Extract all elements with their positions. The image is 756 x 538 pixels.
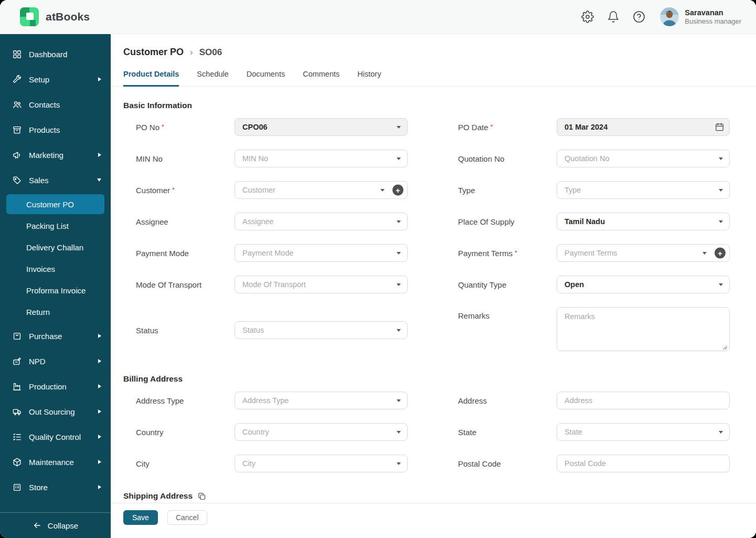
sidebar-item-sales[interactable]: Sales (0, 167, 111, 193)
chevron-down-icon[interactable] (397, 431, 401, 434)
payment-terms-row: Payment Terms* (458, 244, 729, 262)
postal-code-label: Postal Code (458, 459, 501, 468)
breadcrumb: Customer PO › SO06 (123, 47, 756, 58)
sidebar-item-delivery-challan[interactable]: Delivery Challan (6, 237, 104, 257)
chevron-down-icon[interactable] (719, 431, 723, 434)
user-role: Business manager (685, 17, 741, 26)
sidebar-item-npd[interactable]: NPD (0, 349, 111, 374)
sidebar-item-quality-control[interactable]: Quality Control (0, 424, 111, 449)
city-row: City (136, 455, 408, 472)
address-type-select[interactable] (235, 392, 408, 409)
address-input[interactable] (557, 392, 730, 409)
address-label: Address (458, 396, 487, 405)
sidebar-nav: Dashboard Setup Contacts Products (0, 34, 111, 512)
factory-icon (12, 382, 22, 392)
payment-mode-label: Payment Mode (136, 249, 189, 258)
type-select[interactable] (557, 181, 730, 199)
payment-mode-select[interactable] (235, 244, 408, 262)
form-action-bar: Save Cancel (111, 503, 756, 538)
sidebar-item-marketing[interactable]: Marketing (0, 142, 111, 167)
section-title-shipping: Shipping Address (123, 491, 756, 501)
place-of-supply-select[interactable] (557, 213, 730, 230)
postal-code-input[interactable] (557, 455, 730, 472)
chevron-down-icon[interactable] (719, 189, 723, 192)
chevron-down-icon[interactable] (397, 399, 401, 402)
user-menu[interactable]: Saravanan Business manager (660, 7, 741, 26)
tab-documents[interactable]: Documents (247, 70, 285, 87)
customer-row: Customer* (136, 181, 408, 199)
copy-icon[interactable] (197, 492, 206, 501)
chevron-down-icon[interactable] (397, 252, 401, 255)
sidebar-item-customer-po[interactable]: Customer PO (6, 194, 104, 214)
chevron-down-icon[interactable] (380, 189, 385, 192)
required-asterisk: * (162, 123, 164, 131)
quantity-type-select[interactable] (557, 276, 730, 293)
sidebar-item-out-sourcing[interactable]: Out Sourcing (0, 399, 111, 424)
megaphone-icon (12, 150, 22, 160)
tab-comments[interactable]: Comments (303, 70, 339, 87)
tab-schedule[interactable]: Schedule (197, 70, 228, 87)
state-label: State (458, 428, 476, 437)
remarks-textarea[interactable] (557, 307, 730, 351)
notification-bell-icon[interactable] (607, 10, 620, 23)
add-customer-icon[interactable] (392, 185, 403, 196)
type-row: Type (458, 181, 729, 199)
sidebar-item-invoices[interactable]: Invoices (6, 259, 104, 279)
wrench-icon (12, 75, 22, 85)
chevron-down-icon[interactable] (397, 462, 401, 465)
help-icon[interactable] (633, 10, 645, 23)
atbooks-logo-icon (20, 7, 39, 26)
avatar (660, 7, 679, 26)
quotation-no-select[interactable] (557, 150, 730, 167)
breadcrumb-current: SO06 (199, 47, 222, 58)
sidebar-item-dashboard[interactable]: Dashboard (0, 41, 111, 67)
sidebar-item-packing-list[interactable]: Packing List (6, 216, 104, 236)
status-select[interactable] (235, 321, 408, 339)
city-select[interactable] (235, 455, 408, 472)
po-no-select[interactable] (235, 118, 408, 136)
chevron-down-icon[interactable] (397, 126, 401, 129)
collapse-button[interactable]: Collapse (0, 512, 111, 538)
place-of-supply-row: Place Of Supply (458, 213, 729, 230)
sidebar-item-products[interactable]: Products (0, 117, 111, 142)
chevron-down-icon[interactable] (397, 157, 401, 160)
sidebar-item-return[interactable]: Return (6, 302, 104, 322)
min-no-select[interactable] (235, 150, 408, 167)
add-payment-terms-icon[interactable] (715, 248, 726, 259)
assignee-select[interactable] (235, 213, 408, 230)
remarks-label: Remarks (458, 311, 489, 320)
mode-of-transport-select[interactable] (235, 276, 408, 293)
sidebar-item-purchase[interactable]: Purchase (0, 323, 111, 349)
sidebar-item-contacts[interactable]: Contacts (0, 92, 111, 117)
tab-history[interactable]: History (357, 70, 381, 87)
chevron-down-icon[interactable] (702, 252, 707, 255)
tab-bar: Product Details Schedule Documents Comme… (111, 70, 756, 87)
settings-gear-icon[interactable] (581, 10, 594, 23)
save-button[interactable]: Save (123, 510, 158, 525)
chevron-down-icon[interactable] (397, 283, 401, 286)
chevron-down-icon[interactable] (397, 220, 401, 223)
city-label: City (136, 459, 150, 468)
chevron-down-icon[interactable] (719, 220, 723, 223)
sidebar-item-proforma-invoice[interactable]: Proforma Invoice (6, 280, 104, 300)
sidebar-item-setup[interactable]: Setup (0, 67, 111, 92)
cancel-button[interactable]: Cancel (167, 510, 207, 525)
state-select[interactable] (557, 423, 730, 441)
cube-icon (12, 457, 22, 467)
chevron-down-icon[interactable] (719, 283, 723, 286)
sidebar-item-maintenance[interactable]: Maintenance (0, 449, 111, 474)
calendar-icon[interactable] (715, 122, 725, 132)
brand[interactable]: atBooks (20, 7, 90, 26)
country-select[interactable] (235, 423, 408, 441)
breadcrumb-parent[interactable]: Customer PO (123, 47, 184, 58)
po-date-label: PO Date (458, 123, 488, 132)
postal-code-row: Postal Code (458, 455, 729, 472)
chevron-down-icon[interactable] (397, 329, 401, 332)
section-title-billing: Billing Address (123, 374, 756, 384)
sidebar-item-production[interactable]: Production (0, 374, 111, 399)
quantity-type-row: Quantity Type (458, 276, 729, 293)
sidebar-item-store[interactable]: Store (0, 474, 111, 500)
chevron-down-icon[interactable] (719, 157, 723, 160)
po-date-input[interactable] (557, 118, 730, 136)
tab-product-details[interactable]: Product Details (123, 70, 179, 87)
